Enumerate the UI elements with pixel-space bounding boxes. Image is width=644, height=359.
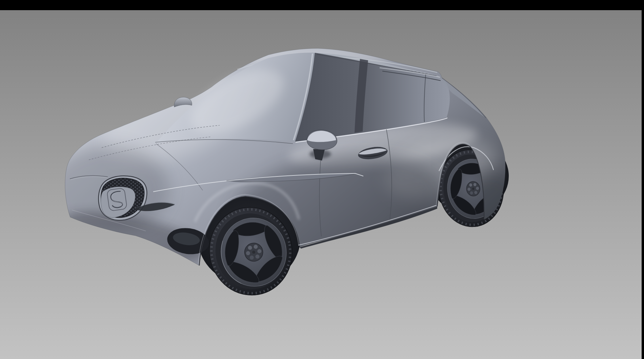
application-window [0, 0, 644, 359]
car-render-canvas [0, 0, 644, 359]
letterbox-right-bar [642, 0, 644, 359]
car-model [47, 46, 522, 302]
letterbox-top-bar [0, 0, 644, 10]
viewport-3d[interactable] [0, 10, 642, 359]
